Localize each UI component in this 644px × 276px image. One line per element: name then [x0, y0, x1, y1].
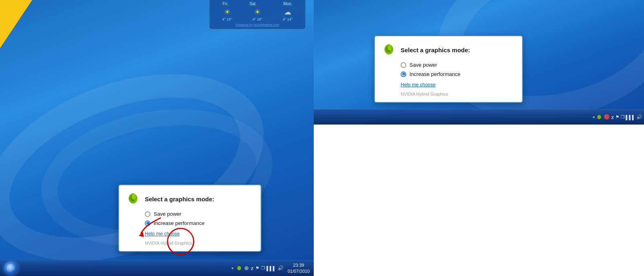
red-circle-annotation: [167, 228, 194, 255]
popup-options-right: Save power Increase performance: [401, 62, 515, 77]
system-tray-right: ◄ 🔴 Z ⚑ ❐ ▌▌▌ 🔊: [592, 114, 644, 121]
taskbar-left: ◄ ⊕ Z ⚑ ❐ ▌▌▌ 🔊 23:39 01/07/2010: [0, 260, 314, 276]
popup-footer-left: NVIDIA Hybrid Graphics: [145, 241, 253, 245]
tray-expand-icon[interactable]: ◄: [230, 266, 234, 270]
popup-title-left: Select a graphics mode:: [145, 196, 214, 202]
tray-flag-right[interactable]: ⚑: [615, 114, 619, 120]
popup-header: Select a graphics mode:: [126, 192, 253, 206]
increase-performance-option-right[interactable]: Increase performance: [401, 71, 515, 77]
save-power-label-left: Save power: [154, 211, 181, 217]
sun-icon: ☀: [224, 8, 230, 16]
accuweather-link[interactable]: AccuWeather.com: [253, 23, 280, 27]
tray-icon-red-right[interactable]: 🔴: [604, 114, 610, 120]
save-power-option-left[interactable]: Save power: [145, 211, 253, 217]
tray-icon-z[interactable]: Z: [251, 266, 253, 271]
system-clock: 23:39 01/07/2010: [285, 262, 312, 274]
system-tray-left: ◄ ⊕ Z ⚑ ❐ ▌▌▌ 🔊 23:39 01/07/2010: [230, 262, 314, 274]
nvidia-tray-icon[interactable]: [236, 265, 243, 272]
popup-footer-right: NVIDIA Hybrid Graphics: [401, 92, 515, 96]
popup-title-right: Select a graphics mode:: [401, 47, 470, 53]
clock-date: 01/07/2010: [288, 268, 310, 274]
weather-days: ☀ 4° 15° ☀ 4° 16° ☁ 4° 14°: [212, 8, 303, 21]
start-button[interactable]: [0, 260, 22, 276]
tray-volume-icon[interactable]: 🔊: [278, 265, 284, 271]
weather-day-fri: ☀ 4° 15°: [222, 8, 232, 21]
save-power-radio-left[interactable]: [145, 211, 150, 217]
increase-performance-radio-right[interactable]: [401, 72, 406, 77]
popup-options-left: Save power Increase performance: [145, 211, 253, 226]
left-desktop: Fri. Sat. Mon. ☀ 4° 15° ☀ 4° 16° ☁ 4° 14…: [0, 0, 314, 276]
graphics-mode-popup-right: Select a graphics mode: Save power Incre…: [374, 35, 523, 103]
tray-signal-right[interactable]: ▌▌▌: [626, 115, 635, 120]
save-power-radio-right[interactable]: [401, 62, 406, 68]
taskbar-right: ◄ 🔴 Z ⚑ ❐ ▌▌▌ 🔊: [314, 109, 644, 125]
increase-performance-label-right: Increase performance: [409, 71, 460, 77]
cloud-icon: ☁: [284, 8, 291, 16]
weather-day-sat: ☀ 4° 16°: [253, 8, 263, 21]
nvidia-tray-icon-right[interactable]: [596, 114, 603, 121]
weather-temp-fri: 4° 15°: [222, 17, 232, 21]
popup-header-right: Select a graphics mode:: [382, 43, 515, 57]
tray-icon-copy[interactable]: ❐: [261, 266, 265, 271]
tray-expand-right[interactable]: ◄: [592, 115, 595, 119]
tray-signal-icon[interactable]: ▌▌▌: [267, 266, 276, 271]
tray-z-right[interactable]: Z: [611, 115, 614, 120]
desktop-decoration: [0, 0, 32, 48]
right-white-area: [314, 125, 644, 276]
help-me-choose-link-right[interactable]: Help me choose: [401, 82, 515, 88]
weather-header: Fri. Sat. Mon.: [212, 2, 303, 6]
nvidia-logo-icon-right: [382, 43, 397, 57]
increase-performance-label-left: Increase performance: [154, 220, 204, 226]
red-arrow-annotation: [137, 214, 169, 238]
right-panel: Select a graphics mode: Save power Incre…: [314, 0, 644, 276]
tray-copy-right[interactable]: ❐: [621, 114, 625, 120]
start-orb-glow: [6, 264, 15, 273]
increase-performance-option-left[interactable]: Increase performance: [145, 220, 253, 226]
weather-day-mon: ☁ 4° 14°: [283, 8, 293, 21]
right-desktop: Select a graphics mode: Save power Incre…: [314, 0, 644, 125]
tray-volume-right[interactable]: 🔊: [636, 114, 642, 120]
weather-powered: Powered by AccuWeather.com: [212, 23, 303, 27]
start-orb[interactable]: [4, 262, 18, 275]
help-me-choose-link-left[interactable]: Help me choose: [145, 231, 253, 237]
weather-temp-mon: 4° 14°: [283, 17, 293, 21]
save-power-option-right[interactable]: Save power: [401, 62, 515, 68]
sun-icon: ☀: [254, 8, 261, 16]
save-power-label-right: Save power: [409, 62, 437, 68]
tray-icon-1[interactable]: ⊕: [244, 265, 249, 272]
increase-performance-radio-left[interactable]: [145, 221, 150, 226]
tray-icon-flag[interactable]: ⚑: [255, 266, 259, 271]
weather-temp-sat: 4° 16°: [253, 17, 263, 21]
clock-time: 23:39: [288, 262, 310, 268]
weather-widget: Fri. Sat. Mon. ☀ 4° 15° ☀ 4° 16° ☁ 4° 14…: [209, 0, 306, 29]
nvidia-logo-icon: [126, 192, 141, 206]
svg-marker-0: [139, 232, 144, 237]
